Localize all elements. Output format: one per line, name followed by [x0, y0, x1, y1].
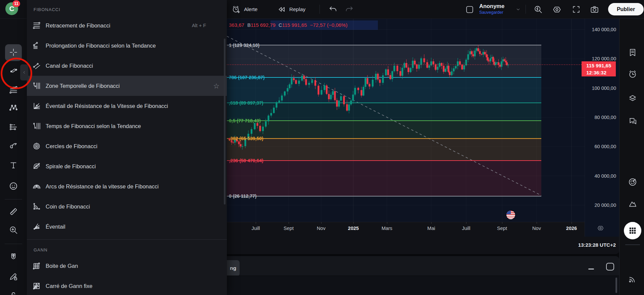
pattern-tool[interactable] — [9, 103, 18, 112]
streams-panel[interactable] — [628, 274, 637, 284]
settings-icon[interactable] — [552, 5, 561, 14]
legend-change: −72,57 (−0,06%) — [310, 22, 348, 28]
toolbar-divider — [319, 5, 320, 14]
current-price-value: 115 991,65 — [586, 62, 616, 69]
menu-item-cercles-de-fibonacci[interactable]: Cercles de Fibonacci — [27, 136, 227, 156]
brush-tool[interactable] — [9, 141, 18, 151]
fan-icon — [32, 222, 42, 231]
right-sidebar — [619, 18, 644, 295]
redo-icon[interactable] — [345, 5, 353, 13]
fullscreen-icon[interactable] — [572, 5, 581, 14]
crosshair-tool[interactable] — [9, 48, 18, 57]
us-market-flag-icon — [506, 211, 515, 219]
emoji-tool[interactable] — [9, 181, 18, 191]
toolbar-divider — [5, 244, 22, 244]
menu-item-carre-de-gann-fixe[interactable]: Carré de Gann fixe — [27, 276, 227, 295]
menu-item-label: Retracement de Fibonacci — [46, 22, 110, 29]
apps-grid-icon — [628, 226, 638, 236]
alert-button[interactable]: Alerte — [244, 0, 258, 18]
menu-item-retracement-de-fibonacci[interactable]: Retracement de FibonacciAlt + F — [27, 15, 227, 36]
save-link[interactable]: Sauvegarder — [479, 10, 503, 15]
current-price-countdown: 12:36:32 — [586, 69, 616, 76]
object-tree-panel[interactable] — [628, 94, 637, 103]
sidebar-divider — [625, 244, 640, 245]
chevron-down-icon[interactable] — [515, 7, 521, 12]
lock-all-drawings-tool[interactable] — [9, 291, 18, 295]
clock-timezone[interactable]: 13:23:28 UTC+2 — [578, 242, 616, 248]
zoom-in-tool[interactable] — [9, 225, 18, 235]
quick-search-icon[interactable] — [534, 5, 543, 14]
legend-key: B — [247, 22, 251, 28]
menu-item-spirale-de-fibonacci[interactable]: Spirale de Fibonacci — [27, 156, 227, 176]
alert-plus-icon[interactable] — [232, 5, 240, 14]
favorite-star-icon[interactable]: ☆ — [213, 82, 219, 90]
menu-item-eventail-de-resistance-de-la-vitesse-de-fibonacci[interactable]: Éventail de Résistance de la Vitesse de … — [27, 96, 227, 116]
menu-item-label: Cercles de Fibonacci — [46, 143, 97, 150]
menu-item-label: Boite de Gan — [46, 263, 78, 269]
menu-item-label: Prolongation de Fibonacci selon la Tenda… — [46, 43, 156, 49]
watchlist-panel[interactable] — [628, 48, 637, 57]
price-axis-settings-icon[interactable] — [597, 225, 604, 232]
menu-collapse-handle[interactable] — [20, 64, 28, 80]
menu-item-arcs-de-resistance-de-la-vitesse-de-fibonacci[interactable]: Arcs de Résistance de la vitesse de Fibo… — [27, 176, 227, 196]
replay-button[interactable]: Replay — [289, 0, 305, 18]
panel-scrollbar[interactable] — [615, 278, 617, 293]
current-price-badge: 115 991,65 12:36:32 — [582, 61, 616, 76]
drawing-edit-lock-tool[interactable] — [9, 272, 18, 281]
measure-tool[interactable] — [9, 207, 18, 216]
replay-icon[interactable] — [277, 5, 286, 14]
toolbar-divider — [526, 5, 526, 14]
layout-icon[interactable] — [465, 5, 474, 14]
fib-channel-icon — [32, 61, 42, 70]
fib-extension-icon — [32, 41, 42, 50]
legend-value: 115 991,65 — [282, 22, 307, 28]
fib-circles-icon — [32, 142, 42, 151]
menu-item-label: Canal de Fibonacci — [46, 63, 93, 69]
toolbar-divider — [5, 199, 22, 199]
magnet-tool[interactable] — [9, 252, 18, 262]
text-tool[interactable] — [9, 161, 18, 170]
menu-item-boite-de-gan[interactable]: Boite de Gan — [27, 256, 227, 276]
undo-icon[interactable] — [329, 5, 337, 13]
gann-square-icon — [32, 282, 42, 290]
menu-item-prolongation-de-fibonacci-selon-la-tendance[interactable]: Prolongation de Fibonacci selon la Tenda… — [27, 36, 227, 56]
menu-item-label: Coin de Fibonacci — [46, 203, 90, 210]
fibonacci-tools[interactable] — [9, 85, 18, 95]
chat-panel[interactable] — [628, 116, 637, 126]
menu-scrollbar[interactable] — [224, 39, 226, 204]
trend-line-tool[interactable] — [9, 65, 18, 74]
menu-item-temps-de-fibonacci-selon-la-tendance[interactable]: Temps de Fibonacci selon la Tendance — [27, 116, 227, 136]
user-name[interactable]: Anonyme — [479, 3, 504, 9]
apps-menu[interactable] — [624, 222, 641, 239]
menu-item-label: Arcs de Résistance de la vitesse de Fibo… — [46, 183, 159, 190]
fib-wedge-icon — [32, 202, 42, 211]
menu-item-coin-de-fibonacci[interactable]: Coin de Fibonacci — [27, 196, 227, 217]
legend-value: 363,67 — [229, 22, 244, 28]
snapshot-camera-icon[interactable] — [590, 5, 599, 14]
menu-item-label: Éventail — [46, 224, 65, 230]
menu-item-zone-temporelle-de-fibonacci[interactable]: Zone Temporelle de Fibonacci☆ — [27, 76, 227, 96]
forecast-tool[interactable] — [9, 123, 18, 132]
minimize-panel-button[interactable] — [588, 269, 594, 270]
fib-time-icon — [32, 122, 42, 130]
fib-arcs-icon — [32, 182, 42, 191]
chevron-left-icon — [22, 70, 27, 75]
menu-item-label: Éventail de Résistance de la Vitesse de … — [46, 103, 168, 109]
maximize-panel-button[interactable] — [606, 263, 614, 271]
menu-divider — [27, 239, 227, 240]
ideas-panel[interactable] — [628, 199, 637, 209]
menu-item-label: Spirale de Fibonacci — [46, 163, 96, 170]
fib-timezone-icon — [32, 81, 42, 90]
menu-section-title: FIBONACCI — [27, 2, 227, 15]
menu-item-canal-de-fibonacci[interactable]: Canal de Fibonacci — [27, 56, 227, 76]
menu-item-eventail[interactable]: Éventail — [27, 217, 227, 237]
fib-retracement-icon — [32, 21, 42, 30]
menu-section-title: GANN — [27, 242, 227, 256]
alerts-panel[interactable] — [628, 69, 637, 79]
screener-panel[interactable] — [628, 177, 637, 187]
gann-box-icon — [32, 261, 42, 270]
publish-button[interactable]: Publier — [608, 3, 644, 15]
legend-key: C — [279, 22, 282, 28]
menu-item-label: Carré de Gann fixe — [46, 283, 92, 289]
legend-value: 115 692,79 — [251, 22, 276, 28]
